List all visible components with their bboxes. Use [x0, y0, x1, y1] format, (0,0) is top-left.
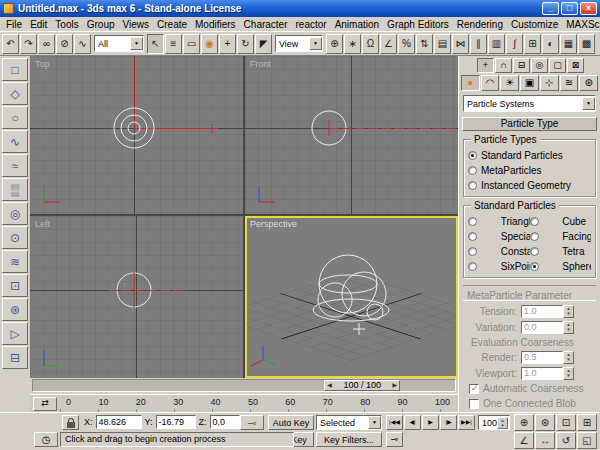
menu-item[interactable]: MAXScript [562, 19, 600, 30]
viewport-label-front[interactable]: Front [250, 59, 272, 69]
radio-instanced-geometry[interactable]: Instanced Geometry [468, 178, 591, 193]
next-frame-arrow-icon[interactable]: ▶ [393, 381, 398, 390]
reactor-soft-body-modifier-button[interactable]: ◎ [2, 202, 28, 225]
menu-item[interactable]: Create [153, 19, 191, 30]
menu-item[interactable]: Tools [51, 19, 82, 30]
reactor-wind-button[interactable]: ≋ [2, 250, 28, 273]
viewport-top[interactable]: Top [30, 56, 243, 214]
rollout-particle-type[interactable]: Particle Type [462, 117, 597, 131]
tab-utilities[interactable]: ⊠ [567, 58, 584, 73]
menu-item[interactable]: Rendering [453, 19, 507, 30]
schematic-view-button[interactable]: ⊞ [524, 34, 541, 54]
previous-frame-button[interactable]: ◀| [404, 415, 421, 430]
radio-special[interactable]: Special [468, 229, 530, 244]
named-selection-sets-button[interactable]: ▤ [434, 34, 451, 54]
timeline-ruler[interactable]: 0102030405060708090100 [60, 395, 458, 412]
chevron-down-icon[interactable]: ▼ [309, 37, 322, 50]
menu-item[interactable]: Customize [507, 19, 562, 30]
use-pivot-center-button[interactable]: ⊕ [326, 34, 343, 54]
layer-manager-button[interactable]: ▥ [488, 34, 505, 54]
add-time-tag-button[interactable]: ◷ [34, 432, 58, 447]
radio-tetra[interactable]: Tetra [530, 244, 592, 259]
select-and-rotate-button[interactable]: ↻ [237, 34, 254, 54]
key-selection-dropdown[interactable]: Selected ▼ [316, 415, 382, 430]
spinner-input[interactable]: 0.0 [521, 321, 563, 334]
category-space-warps[interactable]: ≋ [560, 75, 579, 91]
menu-item[interactable]: Views [119, 19, 154, 30]
set-keys-button[interactable]: ⊸ [240, 415, 264, 430]
key-filters-button[interactable]: Key Filters... [316, 432, 382, 447]
go-to-start-button[interactable]: |◀◀ [386, 415, 403, 430]
redo-button[interactable]: ↷ [20, 34, 37, 54]
menu-item[interactable]: File [2, 19, 26, 30]
reactor-toy-car-button[interactable]: ⊡ [2, 274, 28, 297]
viewport-perspective[interactable]: Perspective [245, 216, 458, 378]
time-slider-track[interactable]: ◀ 100 / 100 ▶ [32, 379, 456, 392]
chevron-down-icon[interactable]: ▼ [368, 416, 381, 429]
reactor-water-button[interactable]: ≈ [2, 154, 28, 177]
app-icon[interactable] [3, 3, 14, 14]
menu-item[interactable]: reactor [292, 19, 331, 30]
select-and-manipulate-button[interactable]: ∗ [344, 34, 361, 54]
category-lights[interactable]: ☀ [500, 75, 519, 91]
y-coordinate-field[interactable]: -16.79 [156, 415, 196, 429]
radio-sixpoint[interactable]: SixPoint [468, 259, 530, 274]
reactor-fracture-button[interactable]: ⊛ [2, 298, 28, 321]
unlink-selection-button[interactable]: ⊘ [56, 34, 73, 54]
radio-facing[interactable]: Facing [530, 229, 592, 244]
tab-display[interactable]: ▢ [549, 58, 566, 73]
snap-toggle-button[interactable]: Ω [362, 34, 379, 54]
tab-motion[interactable]: ◎ [531, 58, 548, 73]
angle-snap-button[interactable]: ∠ [380, 34, 397, 54]
pan-button[interactable]: ↔ [535, 432, 555, 449]
coordinate-system-dropdown[interactable]: View ▼ [275, 35, 323, 52]
curve-editor-button[interactable]: ∫ [506, 34, 523, 54]
reactor-soft-body-collection-button[interactable]: ○ [2, 106, 28, 129]
undo-button[interactable]: ↶ [2, 34, 19, 54]
zoom-extents-all-button[interactable]: ⊞ [577, 414, 597, 431]
viewport-label-left[interactable]: Left [35, 219, 51, 229]
reactor-rope-collection-button[interactable]: ∿ [2, 130, 28, 153]
reactor-preview-animation-button[interactable]: ▷ [2, 322, 28, 345]
checkbox-one-connected-blob[interactable]: One Connected Blob [461, 396, 598, 411]
selection-filter-dropdown[interactable]: All ▼ [94, 35, 144, 52]
reactor-utils-button[interactable]: ⊟ [2, 346, 28, 369]
tab-hierarchy[interactable]: ⊟ [513, 58, 530, 73]
menu-item[interactable]: Edit [26, 19, 51, 30]
reactor-rope-modifier-button[interactable]: ⊙ [2, 226, 28, 249]
chevron-down-icon[interactable]: ▼ [582, 97, 595, 110]
bind-to-space-warp-button[interactable]: ∿ [74, 34, 91, 54]
category-helpers[interactable]: ⊹ [540, 75, 559, 91]
zoom-all-button[interactable]: ⊛ [535, 414, 555, 431]
x-coordinate-field[interactable]: 48.626 [96, 415, 142, 429]
menu-item[interactable]: Graph Editors [383, 19, 453, 30]
time-slider[interactable]: ◀ 100 / 100 ▶ [324, 380, 400, 391]
minimize-button[interactable]: _ [542, 2, 559, 15]
category-cameras[interactable]: ▣ [520, 75, 539, 91]
radio-cube[interactable]: Cube [530, 214, 592, 229]
chevron-down-icon[interactable]: ▼ [130, 37, 143, 50]
select-and-move-button[interactable]: + [219, 34, 236, 54]
radio-constant[interactable]: Constant [468, 244, 530, 259]
spinner-arrows[interactable]: ▴▾ [563, 351, 574, 364]
reactor-rigid-body-collection-button[interactable]: □ [2, 58, 28, 81]
frame-number-field[interactable]: 100 ▴▾ [478, 415, 510, 430]
rectangular-selection-region-button[interactable]: ▭ [183, 34, 200, 54]
tab-modify[interactable]: ∩ [495, 58, 512, 73]
select-and-link-button[interactable]: ∞ [38, 34, 55, 54]
checkbox-automatic-coarseness[interactable]: Automatic Coarseness [461, 381, 598, 396]
category-geometry[interactable]: ● [461, 75, 480, 91]
spinner-input[interactable]: 0.5 [521, 351, 563, 364]
select-by-name-button[interactable]: ≡ [165, 34, 182, 54]
percent-snap-button[interactable]: % [398, 34, 415, 54]
category-shapes[interactable]: ◠ [481, 75, 500, 91]
category-systems[interactable]: ⊛ [579, 75, 598, 91]
tab-create[interactable]: + [477, 58, 494, 73]
quick-render-button[interactable]: ▩ [578, 34, 595, 54]
min-max-toggle-button[interactable]: ◱ [577, 432, 597, 449]
spinner-arrows[interactable]: ▴▾ [563, 367, 574, 380]
zoom-extents-button[interactable]: ⊡ [556, 414, 576, 431]
viewport-label-top[interactable]: Top [35, 59, 50, 69]
selection-lock-toggle[interactable] [62, 415, 79, 430]
open-mini-curve-editor-button[interactable]: ⇄ [33, 397, 57, 411]
